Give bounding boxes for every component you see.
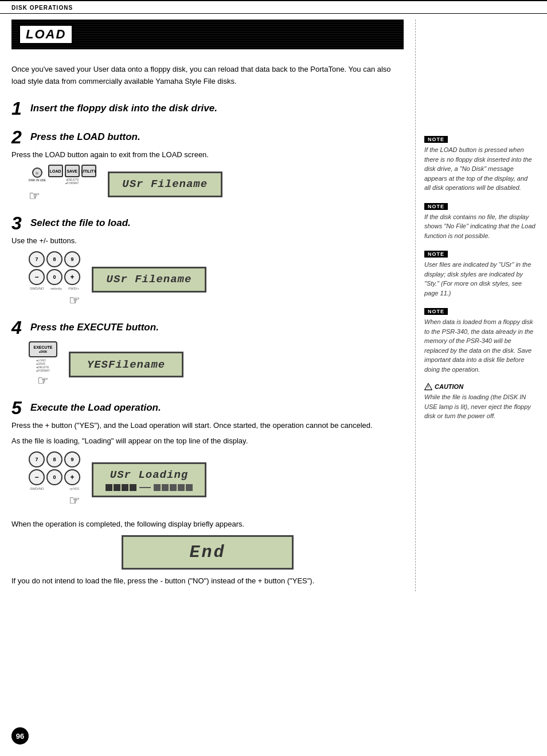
note-3-text: User files are indicated by "USr" in the… (424, 260, 536, 298)
end-lcd: End (122, 535, 294, 570)
note-3-label: NOTE (424, 251, 448, 258)
section-header: DISK OPERATIONS (0, 0, 547, 14)
step-3: 3 Select the file to load. Use the +/- b… (11, 214, 404, 308)
note-4-label: NOTE (424, 308, 448, 315)
note-1-label: NOTE (424, 136, 448, 143)
btn-plus: + (64, 269, 80, 285)
page-number: 96 (11, 727, 29, 745)
step-5: 5 Execute the Load operation. Press the … (11, 399, 404, 508)
btn-minus: − (29, 269, 45, 285)
caution-text: While the file is loading (the DISK IN U… (424, 392, 536, 421)
step-2-buttons: ⊙ DISK IN USE LOAD SAVE UTILITY ●DELETE●… (29, 165, 96, 204)
intro-text: Once you've saved your User data onto a … (11, 64, 404, 88)
progress-bar (106, 484, 193, 491)
hand-icon-step4: ☞ (37, 373, 49, 388)
end-text1: When the operation is completed, the fol… (11, 519, 404, 530)
step-5-body2: As the file is loading, "Loading" will a… (11, 435, 404, 447)
load-button: LOAD (48, 165, 63, 177)
hand-icon-step5: ☞ (69, 493, 80, 508)
note-2-label: NOTE (424, 203, 448, 210)
step-3-lcd-text: USr Filename (107, 273, 192, 286)
step-2-number: 2 (11, 128, 28, 146)
step-5-body1: Press the + button ("YES"), and the Load… (11, 420, 404, 431)
svg-text:!: ! (428, 385, 429, 389)
exec-btn-visual: EXECUTE●DISK (29, 341, 57, 357)
btn-0b: 0 (46, 469, 62, 485)
execute-button-illus: EXECUTE●DISK ●LOAD●SAVE●DELETE●FORMAT ☞ (29, 341, 57, 388)
save-button: SAVE (65, 165, 80, 177)
notes-column: NOTE If the LOAD button is pressed when … (415, 20, 536, 591)
header-label: DISK OPERATIONS (11, 5, 73, 11)
step-3-body: Use the +/- buttons. (11, 235, 404, 247)
note-4: NOTE When data is loaded from a floppy d… (424, 306, 536, 374)
btn-9b: 9 (64, 451, 80, 467)
step-5-number: 5 (11, 399, 28, 417)
hand-icon-step3: ☞ (69, 293, 80, 308)
step-3-number: 3 (11, 214, 28, 232)
step-3-title: Select the file to load. (30, 214, 131, 229)
step-3-lcd: USr Filename (92, 267, 206, 293)
btn-7: 7 (29, 251, 45, 267)
banner-text: LOAD (18, 24, 73, 45)
step-2-lcd-text: USr Filename (122, 178, 208, 190)
step-2-body: Press the LOAD button again to exit from… (11, 149, 404, 161)
note-1: NOTE If the LOAD button is pressed when … (424, 134, 536, 193)
step-1-number: 1 (11, 99, 28, 118)
step-4-lcd-text: YESFilename (87, 358, 165, 371)
end-text2: If you do not intend to load the file, p… (11, 575, 404, 587)
step-4-number: 4 (11, 318, 28, 337)
note-3: NOTE User files are indicated by "USr" i… (424, 249, 536, 298)
load-banner: LOAD (11, 20, 404, 49)
step-4: 4 Press the EXECUTE button. EXECUTE●DISK… (11, 318, 404, 388)
step-5-buttons: 7 8 9 − 0 + SWD/NOvy/YES (29, 451, 80, 508)
btn-plus-b: + (64, 469, 80, 485)
btn-minus-b: − (29, 469, 45, 485)
caution-label: ! CAUTION (424, 383, 536, 391)
step-3-illustration: 7 8 9 − 0 + SWD/NOvelocityFWD/+ (29, 251, 404, 308)
note-2: NOTE If the disk contains no file, the d… (424, 201, 536, 241)
btn-8: 8 (46, 251, 62, 267)
step-4-lcd: YESFilename (69, 352, 183, 377)
note-2-text: If the disk contains no file, the displa… (424, 212, 536, 241)
caution-triangle-icon: ! (424, 383, 432, 391)
caution-text-label: CAUTION (435, 383, 463, 390)
step-5-lcd: USr Loading (92, 462, 206, 497)
btn-0: 0 (46, 269, 62, 285)
step-4-illustration: EXECUTE●DISK ●LOAD●SAVE●DELETE●FORMAT ☞ … (29, 341, 404, 388)
step-2-lcd: USr Filename (108, 172, 222, 197)
step-5-title: Execute the Load operation. (30, 399, 161, 414)
btn-9: 9 (64, 251, 80, 267)
step-2: 2 Press the LOAD button. Press the LOAD … (11, 128, 404, 204)
utility-button: UTILITY (81, 165, 96, 177)
step-3-buttons: 7 8 9 − 0 + SWD/NOvelocityFWD/+ (29, 251, 80, 308)
step-2-title: Press the LOAD button. (30, 128, 140, 143)
hand-icon-step2: ☞ (29, 189, 40, 204)
step-1-title: Insert the floppy disk into the disk dri… (30, 99, 217, 114)
note-4-text: When data is loaded from a floppy disk t… (424, 317, 536, 374)
btn-8b: 8 (46, 451, 62, 467)
step-5-illustration: 7 8 9 − 0 + SWD/NOvy/YES (29, 451, 404, 508)
step-2-illustration: ⊙ DISK IN USE LOAD SAVE UTILITY ●DELETE●… (29, 165, 404, 204)
end-lcd-text: End (189, 543, 225, 562)
step-5-lcd-text: USr Loading (110, 469, 188, 481)
caution-box: ! CAUTION While the file is loading (the… (424, 383, 536, 421)
step-4-title: Press the EXECUTE button. (30, 318, 159, 333)
step-1: 1 Insert the floppy disk into the disk d… (11, 99, 404, 118)
btn-7b: 7 (29, 451, 45, 467)
main-content: LOAD Once you've saved your User data on… (11, 20, 404, 591)
note-1-text: If the LOAD button is pressed when there… (424, 145, 536, 193)
